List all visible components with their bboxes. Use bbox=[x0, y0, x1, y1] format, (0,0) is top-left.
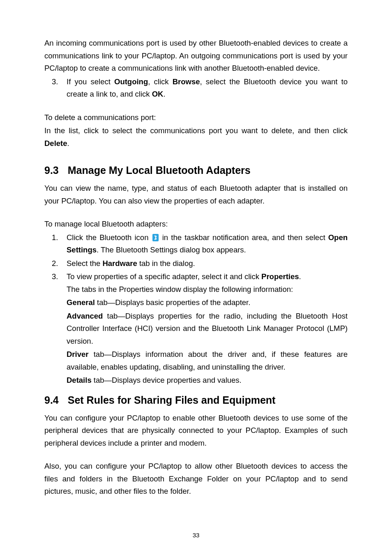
bluetooth-icon bbox=[152, 233, 159, 240]
bold-hardware: Hardware bbox=[102, 259, 137, 268]
text: . The Bluetooth Settings dialog box appe… bbox=[97, 245, 246, 254]
sec93-list: 1. Click the Bluetooth icon in the taskb… bbox=[52, 231, 348, 387]
bold-delete: Delete bbox=[44, 139, 67, 148]
delete-instruction: In the list, click to select the communi… bbox=[44, 125, 348, 150]
list-number: 2. bbox=[52, 257, 58, 270]
section-number: 9.3 bbox=[44, 164, 59, 176]
text: in the taskbar notification area, and th… bbox=[159, 233, 328, 242]
section-number: 9.4 bbox=[44, 394, 59, 406]
sec93-details-tab: Details tab—Displays device properties a… bbox=[67, 374, 348, 387]
bold-general: General bbox=[67, 298, 95, 307]
sec93-intro: You can view the name, type, and status … bbox=[44, 182, 348, 207]
text: , click bbox=[148, 77, 172, 86]
text: tab—Displays device properties and value… bbox=[92, 376, 242, 384]
sec93-general-tab: General tab—Displays basic properties of… bbox=[67, 296, 348, 309]
sec93-list-item-2: 2. Select the Hardware tab in the dialog… bbox=[52, 257, 348, 270]
sec93-list-item-3: 3. To view properties of a specific adap… bbox=[52, 271, 348, 387]
bold-outgoing: Outgoing bbox=[114, 77, 148, 86]
text: To view properties of a specific adapter… bbox=[67, 272, 261, 281]
section-9-4-heading: 9.4Set Rules for Sharing Files and Equip… bbox=[44, 394, 348, 406]
bold-ok: OK bbox=[152, 90, 164, 98]
section-title: Set Rules for Sharing Files and Equipmen… bbox=[68, 394, 276, 406]
section-9-3-heading: 9.3Manage My Local Bluetooth Adapters bbox=[44, 164, 348, 176]
intro-hanging-text: An incoming communications port is used … bbox=[44, 37, 348, 75]
list-number: 3. bbox=[52, 271, 58, 283]
page: An incoming communications port is used … bbox=[0, 0, 392, 555]
list-number: 3. bbox=[52, 76, 58, 88]
bold-advanced: Advanced bbox=[67, 312, 103, 320]
bold-details: Details bbox=[67, 376, 92, 384]
text: . bbox=[67, 139, 69, 148]
text: tab in the dialog. bbox=[137, 259, 195, 268]
sec94-p2: Also, you can configure your PC/laptop t… bbox=[44, 460, 348, 498]
text: Select the bbox=[67, 259, 102, 268]
sec93-lead: To manage local Bluetooth adapters: bbox=[44, 218, 348, 231]
bold-browse: Browse bbox=[173, 77, 200, 86]
sec93-list-item-1: 1. Click the Bluetooth icon in the taskb… bbox=[52, 231, 348, 257]
sec94-p1: You can configure your PC/laptop to enab… bbox=[44, 412, 348, 450]
text: In the list, click to select the communi… bbox=[44, 126, 348, 135]
sec93-driver-tab: Driver tab—Displays information about th… bbox=[67, 348, 348, 373]
text: . bbox=[163, 90, 165, 98]
text: If you select bbox=[67, 77, 114, 86]
delete-heading-text: To delete a communications port: bbox=[44, 111, 348, 124]
text: tab—Displays properties for the radio, i… bbox=[67, 312, 348, 345]
bold-driver: Driver bbox=[67, 350, 88, 358]
sec93-advanced-tab: Advanced tab—Displays properties for the… bbox=[67, 310, 348, 348]
text: . bbox=[299, 272, 301, 281]
text: tab—Displays information about the drive… bbox=[67, 350, 348, 371]
bold-properties: Properties bbox=[261, 272, 299, 281]
sec93-li3-sub: The tabs in the Properties window displa… bbox=[67, 283, 348, 296]
page-number: 33 bbox=[0, 532, 392, 539]
section-title: Manage My Local Bluetooth Adapters bbox=[68, 164, 251, 176]
intro-list: 3. If you select Outgoing, click Browse,… bbox=[52, 76, 348, 101]
list-number: 1. bbox=[52, 231, 58, 244]
intro-list-item-3: 3. If you select Outgoing, click Browse,… bbox=[52, 76, 348, 101]
text: Click the Bluetooth icon bbox=[67, 233, 152, 242]
text: tab—Displays basic properties of the ada… bbox=[95, 298, 250, 307]
